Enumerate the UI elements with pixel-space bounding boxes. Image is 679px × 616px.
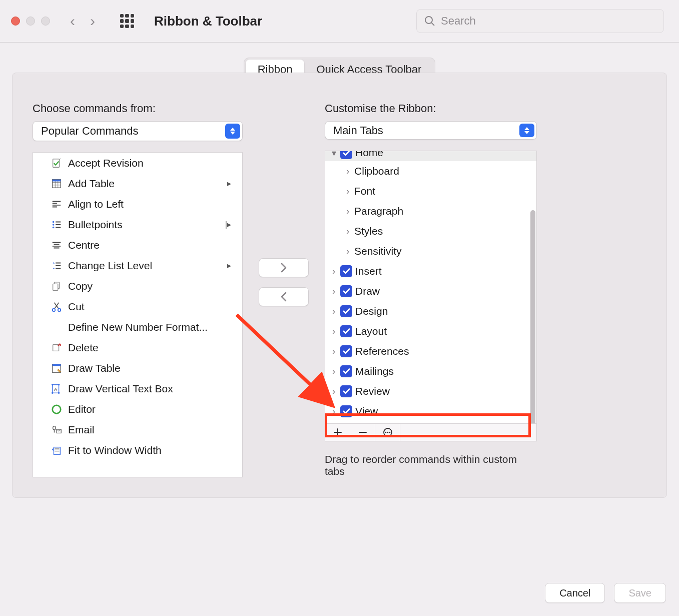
draw-table-icon bbox=[50, 362, 63, 375]
chevron-down-icon[interactable]: ▾ bbox=[329, 151, 338, 159]
svg-point-20 bbox=[58, 392, 60, 394]
tree-tab-layout[interactable]: ›Layout bbox=[325, 321, 536, 341]
tree-group[interactable]: ›Paragraph bbox=[325, 201, 536, 221]
svg-point-22 bbox=[53, 405, 61, 413]
scrollbar[interactable] bbox=[530, 210, 535, 424]
checkbox-icon[interactable] bbox=[340, 365, 352, 377]
checkbox-icon[interactable] bbox=[340, 325, 352, 337]
chevron-right-icon[interactable]: › bbox=[343, 166, 352, 177]
zoom-window-dot[interactable] bbox=[41, 17, 50, 26]
command-item[interactable]: Cut bbox=[33, 296, 242, 317]
tree-tab-developer[interactable]: ›Developer bbox=[325, 421, 536, 424]
tree-group[interactable]: ›Styles bbox=[325, 221, 536, 241]
command-label: Centre bbox=[68, 239, 100, 251]
tree-tab-home[interactable]: ▾Home bbox=[325, 151, 536, 161]
commands-listbox[interactable]: Accept RevisionAdd Table▸Align to LeftBu… bbox=[33, 152, 243, 477]
search-field[interactable] bbox=[416, 9, 664, 33]
minimize-window-dot[interactable] bbox=[26, 17, 35, 26]
tree-group[interactable]: ›Clipboard bbox=[325, 161, 536, 181]
command-item[interactable]: Draw Table bbox=[33, 358, 242, 378]
command-label: Align to Left bbox=[68, 198, 124, 210]
commands-source-select[interactable]: Popular Commands bbox=[33, 121, 243, 141]
search-input[interactable] bbox=[441, 15, 656, 28]
chevron-right-icon[interactable]: › bbox=[343, 206, 352, 217]
command-item[interactable]: Fit to Window Width bbox=[33, 440, 242, 460]
checkbox-icon[interactable] bbox=[340, 345, 352, 357]
apps-grid-icon[interactable] bbox=[120, 14, 134, 28]
command-label: Draw Table bbox=[68, 362, 121, 374]
svg-rect-24 bbox=[54, 447, 61, 454]
command-item[interactable]: Accept Revision bbox=[33, 153, 242, 173]
command-item[interactable]: Define New Number Format... bbox=[33, 317, 242, 337]
checkbox-icon[interactable] bbox=[340, 151, 352, 159]
options-button[interactable] bbox=[375, 424, 400, 441]
checkbox-icon[interactable] bbox=[340, 385, 352, 397]
tree-label: Design bbox=[355, 305, 388, 317]
tree-tab-view[interactable]: ›View bbox=[325, 401, 536, 421]
main-panel: Choose commands from: Popular Commands A… bbox=[12, 73, 667, 498]
tree-tab-review[interactable]: ›Review bbox=[325, 381, 536, 401]
tree-tab-references[interactable]: ›References bbox=[325, 341, 536, 361]
email-icon bbox=[50, 423, 63, 436]
command-item[interactable]: Delete bbox=[33, 337, 242, 358]
checkbox-icon[interactable] bbox=[340, 405, 352, 417]
chevron-updown-icon bbox=[225, 124, 240, 139]
chevron-right-icon[interactable]: › bbox=[343, 246, 352, 257]
chevron-right-icon[interactable]: › bbox=[329, 406, 338, 417]
checkbox-icon[interactable] bbox=[340, 285, 352, 297]
tree-tab-mailings[interactable]: ›Mailings bbox=[325, 361, 536, 381]
chevron-right-icon[interactable]: › bbox=[343, 186, 352, 197]
chevron-right-icon[interactable]: › bbox=[343, 226, 352, 237]
cancel-button[interactable]: Cancel bbox=[545, 583, 605, 603]
checkbox-icon[interactable] bbox=[340, 305, 352, 317]
forward-button[interactable]: › bbox=[90, 14, 95, 29]
command-item[interactable]: Add Table▸ bbox=[33, 173, 242, 194]
chevron-right-icon[interactable]: › bbox=[329, 266, 338, 277]
svg-text:A: A bbox=[54, 386, 58, 391]
tree-label: Paragraph bbox=[354, 205, 403, 217]
back-button[interactable]: ‹ bbox=[70, 14, 75, 29]
chevron-right-icon[interactable]: › bbox=[329, 326, 338, 337]
ellipsis-circle-icon bbox=[383, 427, 393, 437]
blank-icon bbox=[50, 321, 63, 334]
command-label: Draw Vertical Text Box bbox=[68, 383, 173, 395]
submenu-indicator-icon: |▸ bbox=[225, 220, 231, 229]
chevron-right-icon[interactable]: › bbox=[329, 386, 338, 397]
checkbox-icon[interactable] bbox=[340, 265, 352, 277]
add-command-button[interactable] bbox=[259, 258, 309, 277]
command-item[interactable]: Centre bbox=[33, 235, 242, 255]
command-item[interactable]: Email bbox=[33, 419, 242, 440]
svg-point-26 bbox=[385, 432, 386, 433]
add-tab-button[interactable] bbox=[325, 424, 350, 441]
tree-group[interactable]: ›Font bbox=[325, 181, 536, 201]
ribbon-tree[interactable]: ▾Home›Clipboard›Font›Paragraph›Styles›Se… bbox=[325, 151, 537, 424]
save-button[interactable]: Save bbox=[614, 583, 666, 603]
tree-tab-design[interactable]: ›Design bbox=[325, 301, 536, 321]
remove-command-button[interactable] bbox=[259, 287, 309, 306]
tree-label: Mailings bbox=[355, 365, 394, 377]
command-item[interactable]: ADraw Vertical Text Box bbox=[33, 378, 242, 399]
tree-label: Styles bbox=[354, 225, 383, 237]
svg-point-17 bbox=[52, 383, 54, 385]
command-item[interactable]: Bulletpoints|▸ bbox=[33, 214, 242, 235]
command-label: Email bbox=[68, 424, 95, 436]
command-item[interactable]: Editor bbox=[33, 399, 242, 419]
tree-group[interactable]: ›Sensitivity bbox=[325, 241, 536, 261]
tree-tab-insert[interactable]: ›Insert bbox=[325, 261, 536, 281]
tree-label: References bbox=[355, 345, 409, 357]
chevron-right-icon[interactable]: › bbox=[329, 306, 338, 317]
page-title: Ribbon & Toolbar bbox=[154, 14, 262, 29]
remove-tab-button[interactable] bbox=[350, 424, 375, 441]
chevron-right-icon[interactable]: › bbox=[329, 366, 338, 377]
tree-label: Home bbox=[355, 151, 383, 159]
svg-point-7 bbox=[53, 224, 55, 226]
close-window-dot[interactable] bbox=[11, 17, 20, 26]
command-item[interactable]: Copy bbox=[33, 276, 242, 296]
command-item[interactable]: Align to Left bbox=[33, 194, 242, 214]
chevron-right-icon[interactable]: › bbox=[329, 346, 338, 357]
ribbon-scope-select[interactable]: Main Tabs bbox=[325, 121, 537, 140]
command-item[interactable]: Change List Level▸ bbox=[33, 255, 242, 276]
tree-tab-draw[interactable]: ›Draw bbox=[325, 281, 536, 301]
tree-label: Review bbox=[355, 385, 390, 397]
chevron-right-icon[interactable]: › bbox=[329, 286, 338, 297]
